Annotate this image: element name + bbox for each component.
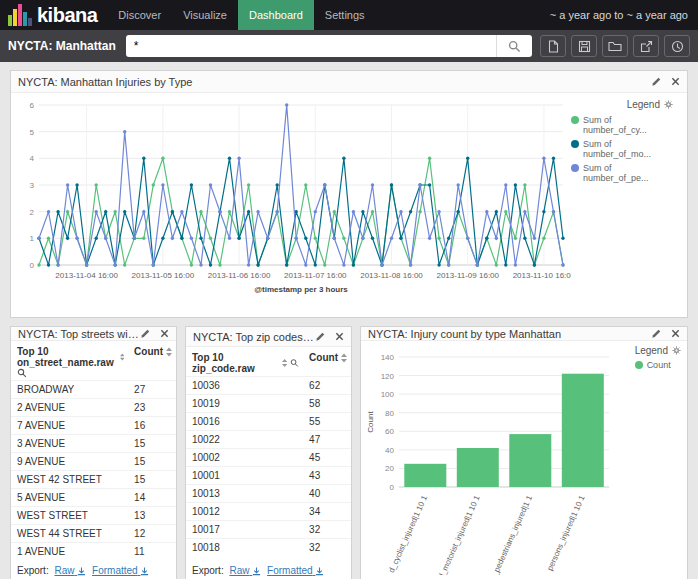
close-panel-icon[interactable] — [671, 329, 680, 338]
table-cell: 10018 — [186, 539, 303, 557]
panel-injuries-by-type: NYCTA: Manhattan Injuries by Type 012345… — [10, 70, 688, 318]
table-cell: 15 — [128, 435, 176, 453]
legend-item-cyclists[interactable]: Sum of number_of_cy... — [571, 115, 673, 135]
share-dashboard-button[interactable] — [633, 35, 659, 57]
bar[interactable] — [404, 464, 446, 487]
data-point — [180, 237, 183, 240]
bar[interactable] — [509, 434, 551, 487]
table-cell: 10001 — [186, 467, 303, 485]
close-panel-icon[interactable] — [335, 332, 344, 341]
data-point — [485, 237, 488, 240]
export-row: Export: Raw Formatted — [186, 560, 351, 579]
data-point — [228, 210, 231, 213]
legend-title: Legend — [635, 345, 668, 356]
table-cell: 11 — [128, 543, 176, 561]
close-panel-icon[interactable] — [160, 329, 169, 338]
table-cell: 10019 — [186, 395, 303, 413]
panel-top-streets: NYCTA: Top streets with Incidents.. Top … — [10, 326, 177, 579]
save-dashboard-button[interactable] — [571, 35, 597, 57]
chart-text: persons_injured|1 10 1 — [545, 494, 586, 572]
new-dashboard-button[interactable] — [540, 35, 566, 57]
legend-toggle[interactable]: Legend — [635, 345, 681, 356]
table-cell: WEST 44 STREET — [11, 525, 128, 543]
data-point — [285, 263, 288, 266]
filter-column-icon[interactable] — [290, 358, 299, 368]
sort-icon — [282, 358, 287, 368]
column-label: Count — [134, 346, 163, 357]
kibana-logo-text: kibana — [37, 0, 97, 30]
column-header-street[interactable]: Top 10 on_street_name.raw — [11, 343, 128, 381]
kibana-logo[interactable]: kibana — [0, 0, 107, 30]
search-button[interactable] — [496, 35, 532, 57]
nav-item-dashboard[interactable]: Dashboard — [238, 0, 314, 30]
data-point — [561, 263, 564, 266]
legend-item-pedestrians[interactable]: Sum of number_of_pe... — [571, 163, 673, 183]
data-point — [180, 210, 183, 213]
nav-item-settings[interactable]: Settings — [314, 0, 376, 30]
table-cell: 15 — [128, 471, 176, 489]
legend-item-motorists[interactable]: Sum of number_of_mo... — [571, 139, 673, 159]
column-header-count[interactable]: Count — [303, 349, 351, 377]
data-point — [142, 157, 145, 160]
export-raw-link[interactable]: Raw — [229, 565, 261, 576]
bar[interactable] — [457, 448, 499, 487]
edit-panel-icon[interactable] — [315, 331, 326, 342]
sort-icon — [341, 353, 347, 363]
data-point — [56, 210, 59, 213]
close-panel-icon[interactable] — [671, 77, 680, 86]
export-formatted-link[interactable]: Formatted — [267, 565, 324, 576]
data-point — [295, 237, 298, 240]
data-point — [95, 210, 98, 213]
query-input[interactable] — [126, 35, 496, 57]
time-range-picker[interactable]: ~ a year ago to ~ a year ago — [550, 9, 698, 21]
panel-title: NYCTA: Injury count by type Manhattan — [368, 328, 651, 340]
legend-label: Sum of number_of_cy... — [583, 115, 673, 135]
save-icon — [578, 40, 591, 53]
nav-item-discover[interactable]: Discover — [107, 0, 172, 30]
bar-chart-body: 020406080100120140Countd_cyclist_injured… — [361, 341, 687, 579]
clock-icon — [671, 40, 684, 53]
legend-item-count[interactable]: Count — [635, 360, 681, 370]
bar[interactable] — [562, 374, 604, 487]
filter-column-icon[interactable] — [17, 368, 27, 378]
kibana-app: kibana Discover Visualize Dashboard Sett… — [0, 0, 698, 579]
panel-injury-count-by-type: NYCTA: Injury count by type Manhattan 02… — [360, 326, 688, 579]
data-point — [256, 263, 259, 266]
nav-item-visualize[interactable]: Visualize — [172, 0, 238, 30]
data-point — [561, 237, 564, 240]
column-header-count[interactable]: Count — [128, 343, 176, 381]
legend-label: Sum of number_of_mo... — [583, 139, 673, 159]
export-formatted-link[interactable]: Formatted — [92, 565, 149, 576]
data-point — [228, 237, 231, 240]
data-point — [142, 237, 145, 240]
table-row: 1002247 — [186, 431, 351, 449]
auto-refresh-button[interactable] — [664, 35, 690, 57]
edit-panel-icon[interactable] — [651, 328, 662, 339]
data-point — [209, 263, 212, 266]
load-dashboard-button[interactable] — [602, 35, 628, 57]
chart-text: 0 — [390, 483, 395, 492]
panel-top-zip-codes: NYCTA: Top zip codes Manhattan Top 10 zi… — [185, 326, 352, 579]
legend-toggle[interactable]: Legend — [571, 99, 673, 110]
column-header-zip[interactable]: Top 10 zip_code.raw — [186, 349, 303, 377]
data-point — [285, 103, 288, 106]
data-point — [314, 237, 317, 240]
table-cell: WEST STREET — [11, 507, 128, 525]
chart-text: 1 — [30, 234, 35, 243]
sort-icon — [120, 352, 125, 362]
table-cell: 1 AVENUE — [11, 543, 128, 561]
edit-panel-icon[interactable] — [140, 328, 151, 339]
data-point — [466, 237, 469, 240]
data-point — [371, 237, 374, 240]
data-point — [399, 210, 402, 213]
kibana-logo-icon — [8, 4, 33, 26]
folder-open-icon — [608, 40, 622, 52]
data-point — [399, 237, 402, 240]
export-raw-link[interactable]: Raw — [54, 565, 86, 576]
edit-panel-icon[interactable] — [651, 76, 662, 87]
injury-count-bar-chart: 020406080100120140Countd_cyclist_injured… — [363, 343, 687, 575]
download-icon — [315, 567, 324, 576]
data-point — [85, 263, 88, 266]
table-cell: 10022 — [186, 431, 303, 449]
table-row: 1001340 — [186, 485, 351, 503]
